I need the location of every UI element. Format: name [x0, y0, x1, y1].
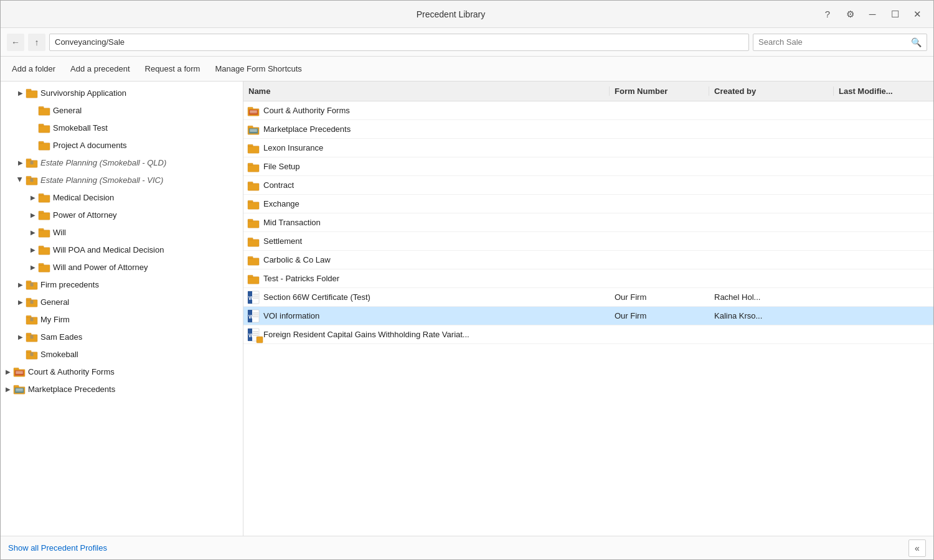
- list-item-exchange[interactable]: Exchange: [243, 195, 933, 213]
- settings-button[interactable]: ⚙: [841, 6, 859, 23]
- tree-arrow: ▶: [3, 384, 13, 394]
- tree-item-general1[interactable]: ▶ General: [1, 101, 243, 119]
- list-item-foreign-resident[interactable]: W Foreign Resident Capital Gains Withhol…: [243, 325, 933, 344]
- collapse-button[interactable]: «: [908, 539, 926, 557]
- tree-label: Smokeball: [40, 350, 78, 359]
- tree-item-general2[interactable]: ▶ General: [1, 293, 243, 310]
- back-button[interactable]: ←: [7, 34, 24, 51]
- tree-item-will[interactable]: ▶ Will: [1, 223, 243, 241]
- nav-bar: ← ↑ Conveyancing/Sale 🔍: [1, 28, 933, 57]
- tree-item-will-poa-med[interactable]: ▶ Will POA and Medical Decision: [1, 241, 243, 258]
- col-created-by-header: Created by: [709, 86, 834, 96]
- svg-rect-6: [39, 143, 50, 150]
- tree-item-project-a[interactable]: ▶ Project A documents: [1, 136, 243, 154]
- tree-label: Firm precedents: [40, 280, 99, 289]
- tree-item-estate-qld[interactable]: ▶ Estate Planning (Smokeball - QLD): [1, 154, 243, 171]
- tree-arrow: ▶: [28, 245, 38, 254]
- add-precedent-button[interactable]: Add a precedent: [69, 62, 131, 76]
- list-item-section-66w[interactable]: W Section 66W Certificate (Test) Our Fir…: [243, 288, 933, 307]
- item-icon-folder: [243, 217, 263, 228]
- svg-rect-32: [31, 318, 34, 322]
- tree-item-firm-precedents[interactable]: ▶ Firm precedents: [1, 276, 243, 293]
- folder-icon-folder: [38, 208, 50, 221]
- tree-item-medical[interactable]: ▶ Medical Decision: [1, 189, 243, 206]
- svg-rect-63: [248, 146, 259, 152]
- folder-icon-folder: [26, 86, 38, 99]
- folder-icon-folder: [38, 121, 50, 134]
- bottom-bar: Show all Precedent Profiles «: [1, 536, 933, 559]
- request-form-button[interactable]: Request a form: [144, 62, 202, 76]
- item-form-number: Our Firm: [610, 311, 709, 320]
- svg-rect-78: [248, 275, 253, 277]
- item-icon-word: W: [243, 291, 263, 304]
- svg-rect-28: [26, 298, 31, 300]
- list-item-marketplace-prec[interactable]: Marketplace Precedents: [243, 120, 933, 139]
- col-form-number-header: Form Number: [610, 86, 709, 96]
- item-name: Test - Patricks Folder: [263, 274, 610, 283]
- list-item-voi[interactable]: W VOI information Our Firm Kalina Krso..…: [243, 307, 933, 325]
- tree-item-poa[interactable]: ▶ Power of Attorney: [1, 206, 243, 223]
- show-profiles-link[interactable]: Show all Precedent Profiles: [8, 543, 107, 553]
- tree-item-sam-eades[interactable]: ▶ Sam Eades: [1, 328, 243, 345]
- maximize-button[interactable]: ☐: [886, 6, 903, 23]
- svg-rect-46: [14, 385, 19, 387]
- list-item-settlement[interactable]: Settlement: [243, 232, 933, 251]
- close-button[interactable]: ✕: [908, 6, 926, 23]
- svg-rect-35: [31, 335, 34, 339]
- search-input[interactable]: [758, 37, 908, 47]
- svg-rect-26: [31, 283, 34, 287]
- tree: ▶ Survivorship Application ▶ General ▶ S…: [1, 82, 243, 400]
- tree-label: Will and Power of Attorney: [53, 263, 148, 272]
- search-box[interactable]: 🔍: [753, 34, 927, 51]
- tree-item-smokeball[interactable]: ▶ Smokeball: [1, 345, 243, 363]
- list-body[interactable]: Court & Authority Forms Marketplace Prec…: [243, 101, 933, 536]
- svg-rect-59: [249, 128, 258, 133]
- help-button[interactable]: ?: [819, 6, 836, 23]
- tree-arrow: ▶: [16, 88, 26, 98]
- svg-rect-17: [39, 211, 44, 213]
- list-item-test-patricks[interactable]: Test - Patricks Folder: [243, 269, 933, 288]
- svg-rect-1: [26, 89, 31, 91]
- tree-item-marketplace[interactable]: ▶ Marketplace Precedents: [1, 380, 243, 398]
- item-name: Lexon Insurance: [263, 143, 610, 152]
- item-name: Marketplace Precedents: [263, 124, 610, 134]
- tree-item-survivorship[interactable]: ▶ Survivorship Application: [1, 84, 243, 101]
- item-name: VOI information: [263, 311, 610, 320]
- tree-arrow: ▶: [28, 227, 38, 237]
- tree-item-will-poa[interactable]: ▶ Will and Power of Attorney: [1, 258, 243, 276]
- tree-label: Medical Decision: [53, 193, 114, 202]
- add-folder-button[interactable]: Add a folder: [11, 62, 57, 76]
- tree-arrow: ▶: [28, 210, 38, 220]
- tree-arrow: ▶: [28, 192, 38, 202]
- item-name: Carbolic & Co Law: [263, 255, 610, 264]
- up-button[interactable]: ↑: [28, 34, 45, 51]
- tree-label: Estate Planning (Smokeball - QLD): [40, 158, 166, 167]
- minimize-button[interactable]: ─: [864, 6, 881, 23]
- list-item-mid-transaction[interactable]: Mid Transaction: [243, 213, 933, 232]
- list-item-carbolic[interactable]: Carbolic & Co Law: [243, 251, 933, 269]
- search-icon: 🔍: [911, 37, 922, 47]
- svg-rect-5: [39, 124, 44, 126]
- item-icon-folder: [243, 273, 263, 284]
- svg-rect-21: [39, 246, 44, 248]
- list-item-court-authority[interactable]: Court & Authority Forms: [243, 101, 933, 120]
- tree-item-estate-vic[interactable]: ▶ Estate Planning (Smokeball - VIC): [1, 171, 243, 189]
- svg-rect-22: [39, 265, 50, 272]
- list-item-file-setup[interactable]: File Setup: [243, 157, 933, 176]
- tree-item-my-firm[interactable]: ▶ My Firm: [1, 310, 243, 328]
- item-icon-folder: [243, 142, 263, 154]
- tree-label: Sam Eades: [40, 332, 82, 342]
- svg-rect-9: [26, 159, 31, 161]
- manage-shortcuts-button[interactable]: Manage Form Shortcuts: [214, 62, 303, 76]
- svg-rect-7: [39, 141, 44, 143]
- left-pane[interactable]: ▶ Survivorship Application ▶ General ▶ S…: [1, 82, 243, 536]
- svg-rect-72: [248, 219, 253, 221]
- tree-item-smokeball-test[interactable]: ▶ Smokeball Test: [1, 119, 243, 136]
- list-item-lexon[interactable]: Lexon Insurance: [243, 139, 933, 157]
- folder-icon-folder-special: [26, 278, 38, 291]
- nav-path[interactable]: Conveyancing/Sale: [49, 34, 749, 51]
- tree-item-court-forms[interactable]: ▶ Court & Authority Forms: [1, 363, 243, 380]
- item-icon-marketplace: [243, 124, 263, 135]
- list-item-contract[interactable]: Contract: [243, 176, 933, 195]
- svg-rect-10: [31, 161, 34, 165]
